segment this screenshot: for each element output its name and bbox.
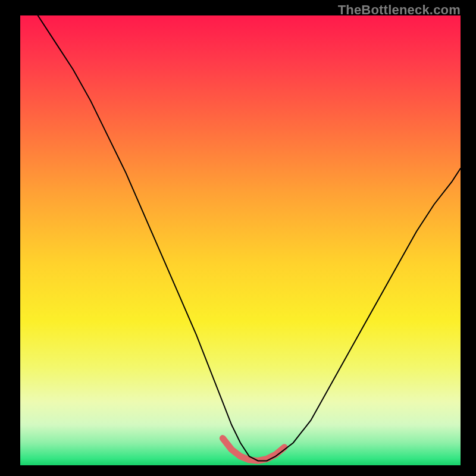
curve-layer: [20, 15, 461, 465]
watermark-text: TheBottleneck.com: [338, 2, 461, 18]
chart-frame: TheBottleneck.com: [0, 0, 476, 476]
trough-highlight: [223, 439, 284, 461]
plot-area: [20, 15, 461, 465]
bottleneck-curve: [38, 15, 461, 461]
